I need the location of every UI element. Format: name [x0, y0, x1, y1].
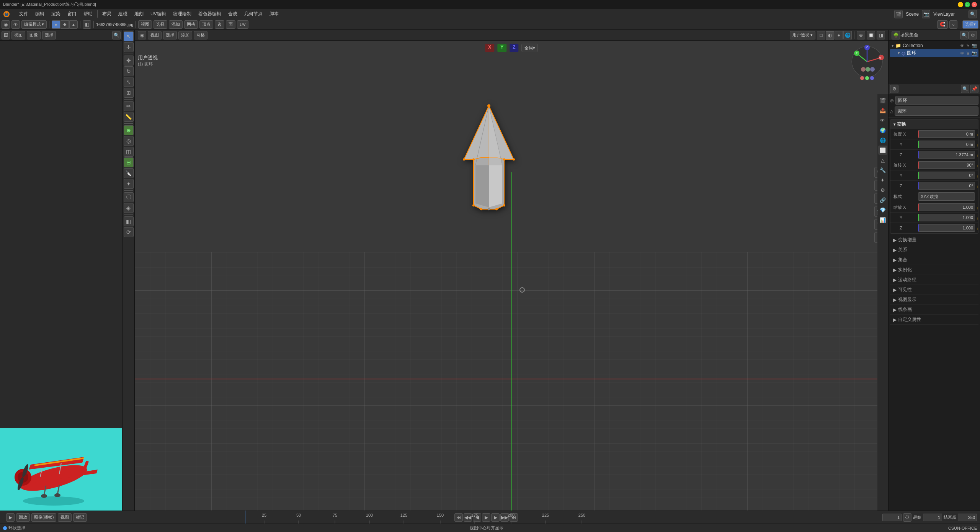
end-frame-input[interactable]	[958, 514, 977, 521]
cursor-tool[interactable]: ✛	[124, 42, 134, 52]
menu-file[interactable]: 文件	[16, 10, 31, 18]
move-tool[interactable]: ✥	[124, 56, 134, 65]
vertex-select-btn[interactable]: ●	[52, 20, 60, 29]
uv-menu[interactable]: UV	[237, 20, 248, 29]
add-menu[interactable]: 添加	[169, 20, 183, 29]
image-image-menu[interactable]: 图像	[27, 31, 41, 39]
workspace-shader[interactable]: 着色器编辑	[195, 10, 224, 18]
viewlayer-icon[interactable]: 📷	[922, 10, 930, 18]
props-search-btn[interactable]: 🔍	[961, 85, 969, 93]
start-frame-input[interactable]	[923, 514, 942, 521]
workspace-sculpt[interactable]: 雕刻	[131, 10, 147, 18]
annotate-tool[interactable]: ✏	[124, 101, 134, 111]
outliner-filter-btn[interactable]: ⚙	[969, 31, 977, 39]
polypen-tool[interactable]: ✦	[124, 179, 134, 189]
menu-render[interactable]: 渲染	[48, 10, 64, 18]
viewport-object-menu[interactable]: 网格	[194, 31, 207, 39]
playback-type-btn[interactable]: ▶	[6, 513, 15, 522]
workspace-modeling[interactable]: 建模	[115, 10, 131, 18]
pos-x-lock[interactable]: 🔒	[977, 132, 978, 137]
transform-tool[interactable]: ⊞	[124, 88, 134, 98]
show-overlay-btn[interactable]: 🔲	[867, 31, 875, 39]
loop-cut-tool[interactable]: ⊟	[124, 157, 134, 167]
collection-render-icon[interactable]: 📷	[972, 43, 977, 48]
material-props-tab[interactable]: 💎	[878, 205, 887, 214]
viewport-type-btn[interactable]: ◉	[138, 31, 146, 39]
edge-select-btn[interactable]: ◆	[60, 20, 69, 29]
viewport-3d[interactable]: ◉ 视图 选择 添加 网格 用户透视 ▾ □ ◐ ● 🌐 ⊕ 🔲 ◨	[135, 30, 888, 511]
render-shading[interactable]: 🌐	[843, 31, 852, 39]
prev-keyframe-btn[interactable]: ◀◀	[464, 513, 472, 522]
mesh-props-tab[interactable]: △	[878, 156, 887, 165]
xray-btn[interactable]: ◧	[83, 20, 91, 29]
mesh-menu[interactable]: 网格	[184, 20, 198, 29]
rot-z-input[interactable]	[918, 182, 975, 190]
rot-y-lock[interactable]: 🔒	[977, 173, 978, 178]
menu-help[interactable]: 帮助	[80, 10, 96, 18]
bevel-tool[interactable]: ◫	[124, 147, 134, 157]
workspace-uv[interactable]: UV编辑	[147, 10, 169, 18]
scene-icon[interactable]: 🎬	[894, 10, 903, 18]
viewport-add-menu[interactable]: 添加	[178, 31, 192, 39]
visibility-section[interactable]: ▶ 可见性	[890, 285, 978, 295]
show-gizmo-btn[interactable]: ⊕	[857, 31, 865, 39]
pos-z-input[interactable]	[918, 151, 975, 159]
menu-edit[interactable]: 编辑	[32, 10, 47, 18]
wireframe-shading[interactable]: □	[817, 31, 825, 39]
render-props-tab[interactable]: 🎬	[878, 96, 887, 105]
outliner-search-btn[interactable]: 🔍	[960, 31, 969, 39]
scale-x-lock[interactable]: 🔒	[977, 205, 978, 210]
select-menu[interactable]: 选择	[154, 20, 167, 29]
close-button[interactable]: ✕	[972, 2, 977, 7]
lineart-section[interactable]: ▶ 线条画	[890, 305, 978, 315]
jump-start-btn[interactable]: ⏮	[454, 513, 463, 522]
minimize-button[interactable]: —	[958, 2, 963, 7]
smooth-tool[interactable]: 〇	[124, 192, 134, 202]
knife-tool[interactable]: 🔪	[124, 168, 134, 178]
workspace-compositing[interactable]: 合成	[225, 10, 240, 18]
view-props-tab[interactable]: 👁	[878, 116, 887, 125]
mode-select[interactable]: 编辑模式 ▾	[21, 20, 47, 29]
collection-vis-icon[interactable]: 👁	[960, 43, 964, 48]
modifier-props-tab[interactable]: 🔧	[878, 165, 887, 175]
instancing-section[interactable]: ▶ 实例化	[890, 265, 978, 275]
face-select-btn[interactable]: ▲	[69, 20, 78, 29]
snap-btn[interactable]: 🧲	[937, 20, 948, 29]
scale-x-input[interactable]	[918, 203, 975, 211]
collection-item[interactable]: ▾ 📁 Collection 👁 🖱 📷	[890, 42, 978, 49]
search-btn[interactable]: 🔍	[969, 10, 977, 18]
global-btn[interactable]: 全局▾	[522, 44, 538, 52]
viewport-view-menu[interactable]: 视图	[148, 31, 162, 39]
object-vis-icon[interactable]: 👁	[960, 51, 964, 56]
object-name-input[interactable]	[895, 96, 978, 105]
rotate-tool[interactable]: ↻	[124, 66, 134, 76]
image-view-menu[interactable]: 视图	[11, 31, 25, 39]
image-editor-type-btn[interactable]: 🖼	[2, 31, 10, 39]
playback-mode-btn[interactable]: 回放	[16, 513, 30, 522]
object-props-tab active[interactable]: ⬜	[878, 146, 887, 155]
viewport-display-section[interactable]: ▶ 视图显示	[890, 295, 978, 305]
next-keyframe-btn[interactable]: ▶▶	[500, 513, 509, 522]
play-btn[interactable]: ▶	[482, 513, 490, 522]
rot-x-input[interactable]	[918, 161, 975, 169]
editor-type-btn[interactable]: ◉	[2, 20, 10, 29]
viewport-mode-btn[interactable]: 用户透视 ▾	[790, 31, 815, 39]
current-frame-input[interactable]	[882, 514, 902, 521]
pos-y-lock[interactable]: 🔒	[977, 142, 978, 147]
extrude-tool[interactable]: ⊕	[124, 125, 134, 135]
y-axis-btn[interactable]: Y	[497, 44, 506, 52]
mesh-name-input[interactable]	[895, 106, 978, 116]
rot-mode-select[interactable]: XYZ 欧拉	[918, 192, 975, 201]
workspace-layout[interactable]: 布局	[99, 10, 114, 18]
custom-props-section[interactable]: ▶ 自定义属性	[890, 315, 978, 325]
collections-section[interactable]: ▶ 集合	[890, 255, 978, 265]
data-props-tab[interactable]: 📊	[878, 215, 887, 224]
scale-y-lock[interactable]: 🔒	[977, 215, 978, 220]
local-view-btn[interactable]: 👁	[11, 20, 20, 29]
scale-y-input[interactable]	[918, 214, 975, 221]
inset-tool[interactable]: ◎	[124, 136, 134, 146]
view-menu[interactable]: 视图	[138, 20, 152, 29]
world-props-tab[interactable]: 🌐	[878, 136, 887, 145]
spin-tool[interactable]: ⟳	[124, 227, 134, 237]
xray-toggle[interactable]: ◨	[877, 31, 885, 39]
